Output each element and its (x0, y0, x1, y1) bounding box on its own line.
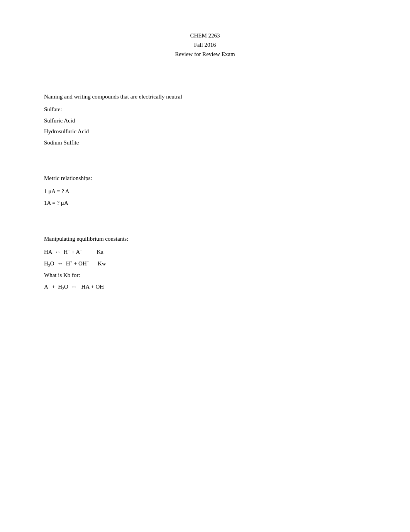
section-naming-title: Naming and writing compounds that are el… (44, 93, 366, 100)
section-equilibrium-title: Manipulating equilibrium constants: (44, 236, 366, 242)
section-metric-title: Metric relationships: (44, 175, 366, 182)
section-equilibrium: Manipulating equilibrium constants: HA ↔… (44, 236, 366, 293)
document-header: CHEM 2263 Fall 2016 Review for Review Ex… (44, 31, 366, 59)
header-course: CHEM 2263 (44, 31, 366, 40)
equation-amp-to-microamp: 1A = ? μA (44, 197, 366, 209)
header-semester: Fall 2016 (44, 40, 366, 49)
item-hydrosulfuric-acid: Hydrosulfuric Acid (44, 126, 366, 137)
equation-ka: HA ↔ H+ + A− Ka (44, 246, 366, 258)
page: CHEM 2263 Fall 2016 Review for Review Ex… (0, 0, 410, 532)
equation-microamp-to-amp: 1 μA = ? A (44, 185, 366, 197)
section-naming: Naming and writing compounds that are el… (44, 93, 366, 148)
item-sodium-sulfite: Sodium Sulfite (44, 137, 366, 148)
item-sulfuric-acid: Sulfuric Acid (44, 115, 366, 126)
equation-kw: H2O ↔ H+ + OH− Kw (44, 258, 366, 270)
item-sulfate: Sulfate: (44, 104, 366, 115)
kb-question: What is Kb for: (44, 270, 366, 281)
equation-kb-reaction: A− + H2O ↔ HA + OH− (44, 281, 366, 293)
section-metric: Metric relationships: 1 μA = ? A 1A = ? … (44, 175, 366, 209)
header-title: Review for Review Exam (44, 49, 366, 59)
